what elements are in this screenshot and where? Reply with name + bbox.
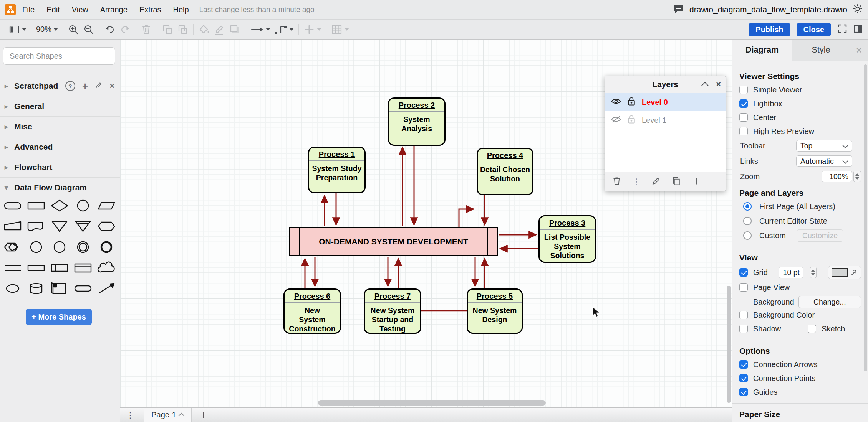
shape-bold-circle-icon[interactable]: [97, 241, 116, 255]
scratchpad-add-icon[interactable]: +: [82, 81, 88, 91]
zoom-stepper[interactable]: [853, 171, 861, 182]
zoom-in-icon[interactable]: [68, 24, 79, 35]
sidebar-section-general[interactable]: ▸General: [0, 96, 120, 116]
delete-layer-icon[interactable]: [612, 176, 622, 188]
sidebar-section-scratchpad[interactable]: ▸Scratchpad?+×: [0, 76, 120, 96]
menu-item-arrange[interactable]: Arrange: [100, 5, 128, 14]
layer-row-level-1[interactable]: Level 1: [605, 111, 726, 129]
insert-button[interactable]: [303, 24, 321, 35]
fill-color-icon[interactable]: [198, 24, 210, 35]
diagram-node-process-6[interactable]: Process 6 New System Construction: [283, 288, 341, 334]
shape-hexagon-icon[interactable]: [97, 220, 116, 234]
undo-icon[interactable]: [104, 24, 116, 35]
shape-header-rectangle-icon[interactable]: [74, 261, 92, 276]
shape-predefined-process-icon[interactable]: [50, 261, 69, 276]
scratchpad-edit-icon[interactable]: [95, 81, 103, 91]
custom-radio[interactable]: [743, 231, 752, 240]
format-panel-close-icon[interactable]: ×: [850, 40, 868, 61]
view-panels-button[interactable]: [8, 24, 27, 35]
menu-item-view[interactable]: View: [72, 5, 88, 14]
diagram-node-datastore[interactable]: ON-DEMAND SYSTEM DEVELOPMENT: [289, 227, 498, 256]
shape-funnel-icon[interactable]: [74, 220, 92, 234]
connection-arrows-checkbox[interactable]: [739, 360, 748, 369]
tab-diagram[interactable]: Diagram: [732, 40, 792, 61]
shape-cylinder-icon[interactable]: [27, 282, 45, 297]
shape-note-icon[interactable]: [50, 282, 69, 297]
shape-search-box[interactable]: [3, 47, 115, 65]
sidebar-section-misc[interactable]: ▸Misc: [0, 116, 120, 137]
grid-size-stepper[interactable]: [810, 267, 817, 278]
lightbox-checkbox[interactable]: [739, 99, 748, 108]
sidebar-section-data-flow-diagram[interactable]: ▾Data Flow Diagram: [0, 177, 120, 198]
shape-circle-icon[interactable]: [74, 199, 92, 214]
grid-size-input[interactable]: 10 pt: [779, 267, 803, 278]
theme-toggle-icon[interactable]: [853, 4, 863, 15]
to-back-icon[interactable]: [177, 24, 189, 35]
menu-item-file[interactable]: File: [22, 5, 35, 14]
lock-icon[interactable]: [627, 115, 636, 126]
shape-search-input[interactable]: [9, 51, 112, 61]
scratchpad-close-icon[interactable]: ×: [109, 82, 114, 90]
background-color-checkbox[interactable]: [739, 311, 748, 319]
table-button[interactable]: [331, 24, 349, 35]
close-button[interactable]: Close: [797, 23, 831, 36]
links-setting-select[interactable]: Automatic: [796, 155, 852, 167]
shape-manual-operation-icon[interactable]: [3, 220, 22, 234]
view-panels-caret-icon[interactable]: [22, 28, 27, 31]
waypoint-style-button[interactable]: [274, 24, 294, 35]
canvas-horizontal-scrollbar[interactable]: [318, 400, 546, 406]
center-checkbox[interactable]: [739, 113, 748, 122]
diagram-node-process-5[interactable]: Process 5 New System Design: [467, 288, 523, 334]
shadow-icon[interactable]: [229, 24, 240, 35]
more-shapes-button[interactable]: + More Shapes: [26, 309, 92, 325]
current-editor-state-radio[interactable]: [743, 217, 752, 225]
format-panel-scrollbar[interactable]: [864, 64, 867, 371]
zoom-out-icon[interactable]: [83, 24, 94, 35]
line-color-icon[interactable]: [214, 24, 225, 35]
format-panel-toggle-icon[interactable]: [853, 24, 863, 35]
shape-thin-rectangle-icon[interactable]: [27, 261, 45, 276]
publish-button[interactable]: Publish: [749, 23, 790, 36]
add-layer-icon[interactable]: [692, 176, 702, 188]
add-page-button[interactable]: +: [200, 409, 207, 421]
sketch-checkbox[interactable]: [808, 325, 816, 333]
shape-cloud-icon[interactable]: [97, 261, 116, 276]
toolbar-setting-select[interactable]: Top: [796, 140, 852, 152]
shape-parallelogram-icon[interactable]: [97, 199, 116, 214]
diagram-node-process-7[interactable]: Process 7 New System Startup and Testing: [364, 288, 421, 334]
high-res-preview-checkbox[interactable]: [739, 127, 748, 135]
layer-menu-icon[interactable]: ⋮: [632, 177, 641, 186]
pages-menu-icon[interactable]: ⋮: [126, 410, 134, 420]
fullscreen-icon[interactable]: [837, 24, 847, 35]
sidebar-section-flowchart[interactable]: ▸Flowchart: [0, 157, 120, 177]
eye-icon[interactable]: [611, 97, 621, 107]
edit-layer-icon[interactable]: [651, 176, 661, 188]
menu-item-edit[interactable]: Edit: [46, 5, 60, 14]
comments-icon[interactable]: [673, 4, 684, 15]
shape-parallel-lines-icon[interactable]: [3, 261, 22, 276]
connection-points-checkbox[interactable]: [739, 374, 748, 382]
guides-checkbox[interactable]: [739, 388, 748, 396]
background-change-button[interactable]: Change...: [798, 296, 861, 308]
sidebar-section-advanced[interactable]: ▸Advanced: [0, 137, 120, 157]
shape-circle-icon[interactable]: [27, 241, 45, 255]
shape-rounded-rectangle-small-icon[interactable]: [74, 282, 92, 297]
simple-viewer-checkbox[interactable]: [739, 86, 748, 94]
shape-diamond-icon[interactable]: [50, 199, 69, 214]
zoom-level-dropdown[interactable]: 90%: [36, 25, 58, 34]
scratchpad-help-icon[interactable]: ?: [65, 81, 75, 91]
shape-arrow-icon[interactable]: [97, 282, 116, 297]
page-tab-page-1[interactable]: Page-1: [144, 408, 192, 422]
tab-style[interactable]: Style: [792, 40, 850, 61]
connection-style-button[interactable]: [250, 24, 270, 35]
page-view-checkbox[interactable]: [739, 283, 748, 292]
shape-circle-icon[interactable]: [50, 241, 69, 255]
menu-item-extras[interactable]: Extras: [139, 5, 161, 14]
shape-rounded-rectangle-icon[interactable]: [3, 199, 22, 214]
shape-document-icon[interactable]: [27, 220, 45, 234]
shape-ellipse-icon[interactable]: [3, 282, 22, 297]
lock-icon[interactable]: [627, 97, 636, 108]
diagram-node-process-2[interactable]: Process 2 System Analysis: [388, 97, 446, 146]
delete-icon[interactable]: [141, 24, 152, 35]
redo-icon[interactable]: [119, 24, 131, 35]
